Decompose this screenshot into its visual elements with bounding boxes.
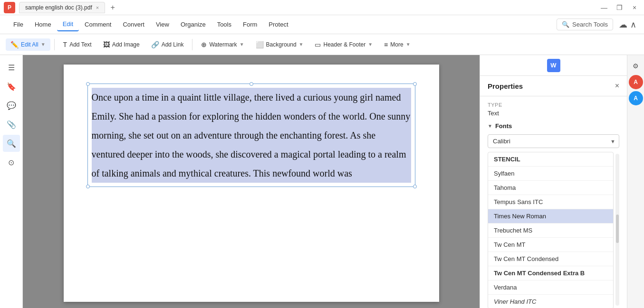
font-list-scrollbar[interactable] <box>615 154 619 306</box>
add-image-button[interactable]: 🖼 Add Image <box>98 38 144 51</box>
resize-handle-top-right[interactable] <box>413 82 417 86</box>
office-icon[interactable]: A <box>629 91 643 105</box>
pdf-page: Once upon a time in a quaint little vill… <box>64 65 439 302</box>
background-label: Background <box>266 41 297 48</box>
expand-icon[interactable]: ∧ <box>630 19 636 30</box>
panel-logo: W <box>547 59 560 72</box>
resize-handle-bottom-right[interactable] <box>413 185 417 188</box>
search-tools-button[interactable]: 🔍 Search Tools <box>557 19 613 30</box>
background-button[interactable]: ⬜ Background ▼ <box>251 38 308 51</box>
watermark-icon: ⊕ <box>201 41 207 48</box>
menu-edit[interactable]: Edit <box>57 18 79 31</box>
toolbar: ✏️ Edit All ▼ T Add Text 🖼 Add Image 🔗 A… <box>0 34 644 55</box>
watermark-label: Watermark <box>209 41 237 48</box>
pdf-text-content: Once upon a time in a quaint little vill… <box>92 88 411 183</box>
properties-title: Properties <box>488 82 523 90</box>
properties-icon[interactable]: ⚙ <box>629 59 643 73</box>
font-list-items: STENCIL Sylfaen Tahoma Tempus Sans ITC T… <box>488 152 614 308</box>
add-text-button[interactable]: T Add Text <box>58 38 96 51</box>
type-label: Type <box>488 102 619 108</box>
sidebar-bookmarks-icon[interactable]: 🔖 <box>3 78 20 95</box>
font-select[interactable]: CalibriSTENCILSylfaenTahomaTempus Sans I… <box>488 134 619 148</box>
close-window-button[interactable]: × <box>629 2 640 13</box>
properties-panel: W Properties × Type Text ▼ Fonts Cali <box>480 55 627 308</box>
menu-form[interactable]: Form <box>237 18 263 31</box>
add-text-icon: T <box>63 41 67 48</box>
separator-1 <box>54 39 55 50</box>
font-item-tw-cen-mt[interactable]: Tw Cen MT <box>488 238 613 252</box>
tab-item[interactable]: sample english doc (3).pdf × <box>19 2 105 13</box>
search-tools-label: Search Tools <box>572 21 608 28</box>
sidebar-search-icon[interactable]: 🔍 <box>3 135 20 152</box>
menu-home[interactable]: Home <box>29 18 57 31</box>
menu-convert[interactable]: Convert <box>117 18 150 31</box>
edit-all-button[interactable]: ✏️ Edit All ▼ <box>6 38 50 51</box>
font-item-stencil[interactable]: STENCIL <box>488 152 613 167</box>
window-controls: — ❐ × <box>598 2 640 13</box>
add-text-label: Add Text <box>69 41 91 48</box>
properties-body: Type Text ▼ Fonts CalibriSTENCILSylfaenT… <box>480 96 627 308</box>
font-item-verdana[interactable]: Verdana <box>488 280 613 295</box>
separator-2 <box>192 39 192 50</box>
font-item-times-new-roman[interactable]: Times New Roman <box>488 209 613 224</box>
search-icon: 🔍 <box>562 21 569 28</box>
header-footer-dropdown-icon: ▼ <box>368 42 373 47</box>
sidebar-pages-icon[interactable]: ☰ <box>3 59 20 76</box>
edit-icon: ✏️ <box>10 41 19 48</box>
properties-close-button[interactable]: × <box>615 82 619 90</box>
menu-protect[interactable]: Protect <box>263 18 294 31</box>
sidebar-comments-icon[interactable]: 💬 <box>3 97 20 114</box>
more-icon: ≡ <box>384 41 388 48</box>
font-select-wrapper: CalibriSTENCILSylfaenTahomaTempus Sans I… <box>488 134 619 148</box>
header-footer-label: Header & Footer <box>323 41 365 48</box>
pdf-viewer[interactable]: Once upon a time in a quaint little vill… <box>23 55 480 308</box>
fonts-chevron-icon: ▼ <box>488 123 492 129</box>
pdf-content: Once upon a time in a quaint little vill… <box>64 65 439 206</box>
scrollbar-thumb[interactable] <box>616 215 619 243</box>
font-list-area: STENCIL Sylfaen Tahoma Tempus Sans ITC T… <box>488 152 619 308</box>
font-item-trebuchet[interactable]: Trebuchet MS <box>488 224 613 238</box>
font-item-tahoma[interactable]: Tahoma <box>488 181 613 195</box>
fonts-section: ▼ Fonts CalibriSTENCILSylfaenTahomaTempu… <box>488 122 619 308</box>
sidebar-layers-icon[interactable]: ⊙ <box>3 154 20 171</box>
fonts-header[interactable]: ▼ Fonts <box>488 122 619 130</box>
add-image-icon: 🖼 <box>103 41 110 48</box>
minimize-button[interactable]: — <box>598 2 610 13</box>
watermark-button[interactable]: ⊕ Watermark ▼ <box>196 38 249 51</box>
close-tab-button[interactable]: × <box>96 5 99 10</box>
font-item-sylfaen[interactable]: Sylfaen <box>488 167 613 181</box>
menu-organize[interactable]: Organize <box>175 18 211 31</box>
more-button[interactable]: ≡ More ▼ <box>379 38 415 51</box>
menu-view[interactable]: View <box>150 18 175 31</box>
tab-title: sample english doc (3).pdf <box>25 4 92 11</box>
cloud-upload-icon[interactable]: ☁ <box>619 19 627 30</box>
maximize-button[interactable]: ❐ <box>614 2 625 13</box>
app-logo: P <box>4 2 15 13</box>
properties-header: Properties × <box>480 76 627 96</box>
sidebar-attachments-icon[interactable]: 📎 <box>3 116 20 133</box>
resize-handle-top[interactable] <box>250 82 253 86</box>
add-link-button[interactable]: 🔗 Add Link <box>146 38 189 51</box>
font-item-tempus[interactable]: Tempus Sans ITC <box>488 195 613 209</box>
resize-handle-top-left[interactable] <box>86 82 90 86</box>
right-edge-panel: ⚙ A A <box>627 55 644 308</box>
add-link-icon: 🔗 <box>151 41 159 48</box>
font-item-tw-cen-condensed-extra[interactable]: Tw Cen MT Condensed Extra B <box>488 266 613 280</box>
font-item-tw-cen-condensed[interactable]: Tw Cen MT Condensed <box>488 252 613 266</box>
font-list: STENCIL Sylfaen Tahoma Tempus Sans ITC T… <box>488 152 614 308</box>
ai-assistant-icon[interactable]: A <box>629 75 643 89</box>
pdf-text-block[interactable]: Once upon a time in a quaint little vill… <box>87 84 415 187</box>
type-section: Type Text <box>488 102 619 117</box>
header-footer-button[interactable]: ▭ Header & Footer ▼ <box>310 38 377 51</box>
menu-file[interactable]: File <box>8 18 29 31</box>
resize-handle-bottom-left[interactable] <box>86 185 90 188</box>
font-item-viner[interactable]: Viner Hand ITC <box>488 295 613 308</box>
menu-comment[interactable]: Comment <box>79 18 117 31</box>
menu-tools[interactable]: Tools <box>211 18 237 31</box>
background-dropdown-icon: ▼ <box>299 42 304 47</box>
main-area: ☰ 🔖 💬 📎 🔍 ⊙ Once upon a time in a quaint… <box>0 55 644 308</box>
new-tab-button[interactable]: + <box>107 2 118 13</box>
fonts-label: Fonts <box>495 122 512 130</box>
type-value: Text <box>488 110 619 117</box>
more-label: More <box>390 41 403 48</box>
